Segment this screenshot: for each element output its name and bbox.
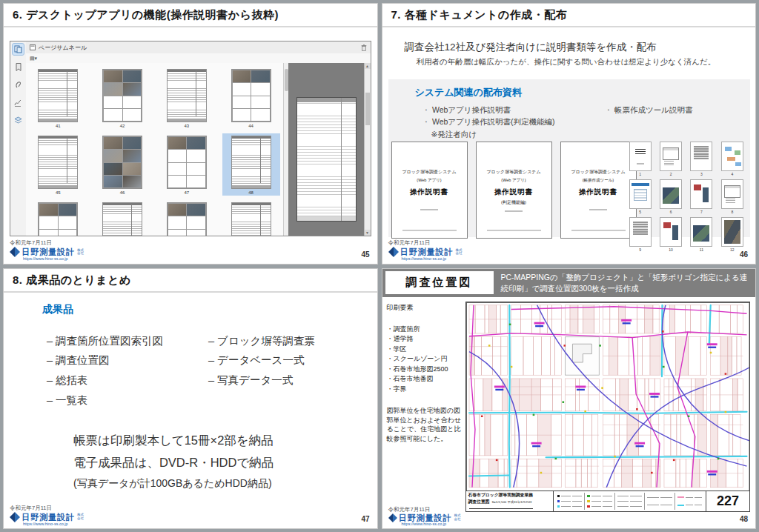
delivery-notes: 帳票は印刷製本して15冊×2部を納品電子成果品は、DVD-R・HDDで納品(写真… <box>73 429 274 493</box>
manual-page-thumbnail <box>721 142 743 171</box>
deliverable-item: データベース一式 <box>208 350 315 370</box>
manual-page-number: 8 <box>721 210 743 214</box>
legend-row <box>587 505 612 508</box>
map-svg <box>466 302 750 492</box>
print-element-item: 石巻市地番図 <box>387 374 463 385</box>
page-thumbnail[interactable] <box>38 136 78 189</box>
map-sheet-number: 227 <box>706 491 749 511</box>
legend-text-placeholder <box>617 496 629 496</box>
thumbnail-grid: 414243444546474849505152 <box>26 63 283 236</box>
map-slide-header: 調査位置図 PC-MAPPINGの「整飾プロジェクト」と「矩形ポリゴン指定による… <box>382 269 756 297</box>
legend-symbol <box>587 505 590 508</box>
slide-8-title: 8. 成果品のとりまとめ <box>4 269 377 293</box>
legend-text-placeholder <box>591 501 601 502</box>
layers-icon[interactable] <box>13 115 24 126</box>
page-thumbnail[interactable] <box>102 69 142 122</box>
page-thumbnail[interactable] <box>231 136 271 189</box>
thumbnail-cell: 41 <box>29 67 87 129</box>
panel-title: ページサムネール <box>39 44 87 52</box>
signatures-icon[interactable] <box>13 97 24 108</box>
manual-page-cell: 10 <box>660 217 682 252</box>
legend-symbol <box>557 500 560 503</box>
company-name: 日野測量設計 <box>21 513 75 522</box>
manual-page-cell: 12 <box>721 217 743 252</box>
manual-page-cell: 6 <box>660 179 682 214</box>
legend-row <box>557 500 583 503</box>
legend-text-placeholder <box>561 501 571 502</box>
map-title-block: 石巻市ブロック塀等実態調査業務 調査位置図S=1/2,500 平成31年3月25… <box>466 491 750 511</box>
manual-page-thumbnail <box>629 142 652 171</box>
page-thumbnail[interactable] <box>102 202 142 236</box>
viewer-nav-strip <box>10 41 27 236</box>
manual-page-number: 2 <box>660 172 682 176</box>
slide-9-survey-location-map: 調査位置図 PC-MAPPINGの「整飾プロジェクト」と「矩形ポリゴン指定による… <box>382 268 757 530</box>
thumbnail-toolbar: ▤▾ <box>26 53 371 64</box>
footer-date: 令和元年7月11日 <box>10 240 84 246</box>
cover-footer-placeholder <box>571 230 626 231</box>
company-logo-icon <box>10 512 20 522</box>
panel-heading: システム関連の配布資料 <box>415 86 523 99</box>
legend-row <box>647 497 672 498</box>
cover-subtitle <box>561 199 636 205</box>
page-thumbnail[interactable] <box>167 202 207 236</box>
bookmarks-icon[interactable] <box>13 61 24 73</box>
map-title-line2: 調査位置図S=1/2,500 平成31年3月25日 <box>468 499 551 505</box>
legend-text-placeholder <box>603 506 612 507</box>
page-thumbnail[interactable] <box>231 69 271 122</box>
map-drawing <box>466 302 750 492</box>
manual-page-number: 7 <box>690 210 712 214</box>
footer-date: 令和元年7月11日 <box>388 507 461 513</box>
thumbnail-cell: 47 <box>158 133 216 196</box>
trash-icon[interactable] <box>361 44 367 51</box>
print-element-item: 学区 <box>387 345 463 355</box>
scroll-down-arrow[interactable]: ▼ <box>365 230 371 236</box>
bullet-item: Webアプリ操作説明書 <box>422 104 555 116</box>
map-slide-label: 調査位置図 <box>385 271 494 294</box>
legend-row <box>617 496 643 496</box>
page-thumbnail[interactable] <box>102 136 142 189</box>
map-slide-description: PC-MAPPINGの「整飾プロジェクト」と「矩形ポリゴン指定による連続印刷」で… <box>501 272 752 294</box>
intro-subtext: 利用者の年齢層は幅広かったが、操作に関する問い合わせは想定より少なく済んだ。 <box>417 57 756 67</box>
page-thumbnails-icon[interactable] <box>13 44 24 55</box>
cover-title: 操作説明書 <box>561 187 636 197</box>
company-suffix: 株式会社 <box>77 513 84 520</box>
legend-row <box>557 495 583 498</box>
document-scrollbar-thumb[interactable] <box>365 93 370 125</box>
page-thumbnail[interactable] <box>38 69 78 122</box>
manual-page-thumbnail <box>660 217 682 247</box>
manual-page-cell: 4 <box>721 142 743 176</box>
print-element-item: スクールゾーン円 <box>387 354 463 365</box>
attachments-icon[interactable] <box>13 79 24 90</box>
page-thumbnail[interactable] <box>231 202 271 236</box>
legend-text-placeholder <box>647 497 659 498</box>
manual-page-number: 5 <box>629 210 652 214</box>
thumbnail-page-number: 45 <box>31 190 84 195</box>
legend-group-2 <box>584 493 614 510</box>
print-element-item: 通学路 <box>387 334 463 345</box>
legend-text-placeholder <box>686 497 693 498</box>
page-thumbnail[interactable] <box>38 202 78 236</box>
thumbnail-cell: 45 <box>29 133 87 196</box>
document-scrollbar[interactable]: ▲ ▼ <box>364 63 371 236</box>
legend-group-4 <box>644 493 675 510</box>
thumbnail-cell: 43 <box>158 67 216 129</box>
thumbnail-options-dropdown[interactable]: ▤▾ <box>30 56 37 61</box>
page-thumbnail[interactable] <box>167 136 207 189</box>
company-logo: 日野測量設計 株式会社 <box>10 247 84 257</box>
legend-group-1 <box>555 493 585 510</box>
manual-page-thumbnail <box>690 217 712 247</box>
scroll-up-arrow[interactable]: ▲ <box>365 63 371 69</box>
manual-page-thumbnail <box>629 217 652 247</box>
map-title-line1: 石巻市ブロック塀等実態調査業務 <box>468 493 551 499</box>
legend-row <box>677 505 703 506</box>
deliverable-item: 調査位置図 <box>47 350 163 370</box>
slide-7-title: 7. 各種ドキュメントの作成・配布 <box>382 4 756 27</box>
distribution-panel: システム関連の配布資料 Webアプリ操作説明書Webアプリ操作説明書(判定機能編… <box>388 79 751 237</box>
thumbnail-page-number: 47 <box>160 190 213 195</box>
page-thumbnail[interactable] <box>167 69 207 122</box>
cover-subtitle <box>392 199 467 205</box>
panel-options-icon[interactable] <box>30 44 36 50</box>
slide-page-number: 48 <box>740 515 748 523</box>
bullet-list-left: Webアプリ操作説明書Webアプリ操作説明書(判定機能編)※発注者向け <box>422 104 555 140</box>
cover-system-name: ブロック塀等調査システム <box>392 169 467 176</box>
